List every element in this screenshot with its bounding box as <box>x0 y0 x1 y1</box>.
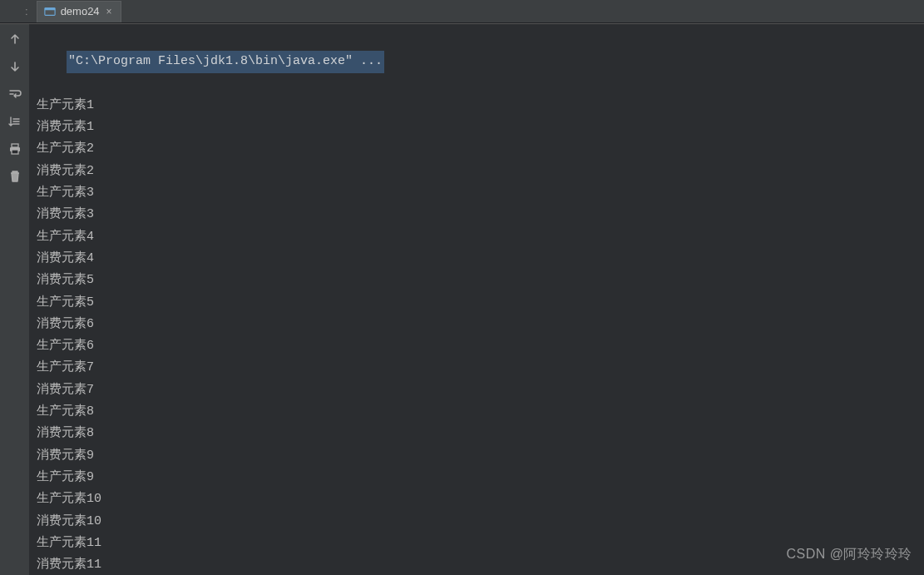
output-line: 消费元素7 <box>37 379 917 401</box>
output-line: 消费元素11 <box>37 554 917 575</box>
tab-bar: : demo24 × <box>0 0 924 23</box>
output-line: 消费元素4 <box>37 248 917 270</box>
scroll-to-end-icon[interactable] <box>5 113 25 130</box>
output-line: 消费元素1 <box>37 116 917 138</box>
svg-rect-4 <box>12 150 18 154</box>
output-line: 消费元素5 <box>37 270 917 291</box>
output-line: 生产元素10 <box>37 488 917 510</box>
output-line: 生产元素3 <box>37 182 917 204</box>
output-lines: 生产元素1消费元素1生产元素2消费元素2生产元素3消费元素3生产元素4消费元素4… <box>37 95 917 575</box>
output-line: 生产元素9 <box>37 467 917 488</box>
application-icon <box>44 6 56 17</box>
console-output[interactable]: "C:\Program Files\jdk1.8\bin\java.exe" .… <box>30 24 924 575</box>
scroll-up-icon[interactable] <box>5 31 25 47</box>
tab-title: demo24 <box>61 5 100 17</box>
main-area: "C:\Program Files\jdk1.8\bin\java.exe" .… <box>0 23 924 575</box>
soft-wrap-icon[interactable] <box>5 86 25 102</box>
output-line: 生产元素6 <box>37 335 917 357</box>
output-line: 消费元素10 <box>37 511 917 533</box>
output-line: 消费元素6 <box>37 314 917 335</box>
output-line: 消费元素8 <box>37 423 917 444</box>
output-line: 消费元素9 <box>37 445 917 467</box>
output-line: 生产元素2 <box>37 138 917 160</box>
clear-icon[interactable] <box>5 168 25 185</box>
output-line: 生产元素7 <box>37 357 917 379</box>
run-tab[interactable]: demo24 × <box>37 1 121 22</box>
svg-rect-1 <box>45 7 55 10</box>
output-line: 生产元素8 <box>37 401 917 423</box>
console-toolbar <box>0 24 30 575</box>
output-line: 生产元素5 <box>37 292 917 314</box>
output-line: 生产元素1 <box>37 95 917 116</box>
output-line: 消费元素2 <box>37 161 917 182</box>
scroll-down-icon[interactable] <box>5 58 25 75</box>
command-line: "C:\Program Files\jdk1.8\bin\java.exe" .… <box>67 51 384 72</box>
print-icon[interactable] <box>5 141 25 157</box>
close-tab-icon[interactable]: × <box>105 6 114 17</box>
output-line: 生产元素4 <box>37 226 917 248</box>
output-line: 消费元素3 <box>37 204 917 226</box>
svg-rect-2 <box>12 144 18 147</box>
output-line: 生产元素11 <box>37 533 917 554</box>
panel-label: : <box>25 5 28 17</box>
